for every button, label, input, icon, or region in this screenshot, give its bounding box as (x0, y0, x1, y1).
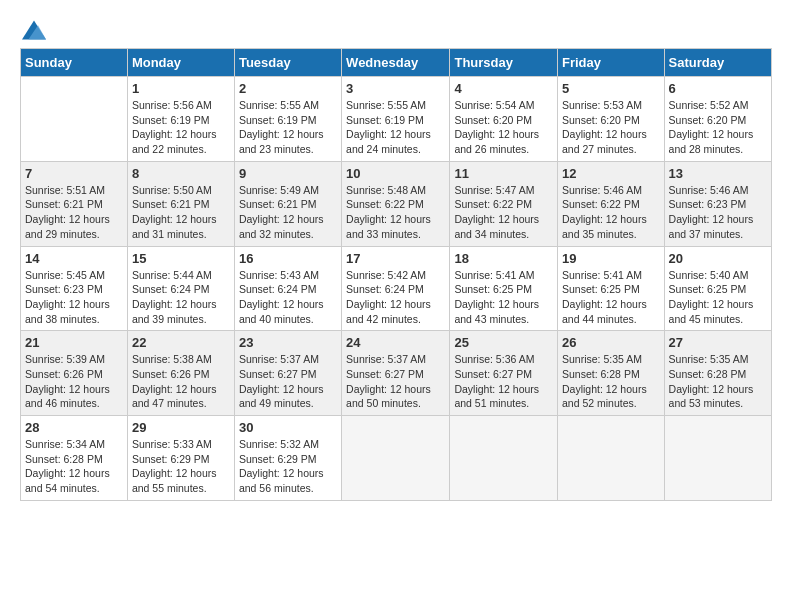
day-info: Sunrise: 5:33 AMSunset: 6:29 PMDaylight:… (132, 437, 230, 496)
calendar-cell: 17Sunrise: 5:42 AMSunset: 6:24 PMDayligh… (342, 246, 450, 331)
day-info: Sunrise: 5:38 AMSunset: 6:26 PMDaylight:… (132, 352, 230, 411)
calendar-cell: 2Sunrise: 5:55 AMSunset: 6:19 PMDaylight… (234, 77, 341, 162)
day-number: 22 (132, 335, 230, 350)
calendar-cell: 15Sunrise: 5:44 AMSunset: 6:24 PMDayligh… (127, 246, 234, 331)
day-number: 27 (669, 335, 767, 350)
day-number: 17 (346, 251, 445, 266)
calendar-cell (21, 77, 128, 162)
day-number: 7 (25, 166, 123, 181)
day-number: 23 (239, 335, 337, 350)
day-info: Sunrise: 5:50 AMSunset: 6:21 PMDaylight:… (132, 183, 230, 242)
calendar-cell: 1Sunrise: 5:56 AMSunset: 6:19 PMDaylight… (127, 77, 234, 162)
day-number: 20 (669, 251, 767, 266)
calendar-cell: 6Sunrise: 5:52 AMSunset: 6:20 PMDaylight… (664, 77, 771, 162)
calendar-cell: 29Sunrise: 5:33 AMSunset: 6:29 PMDayligh… (127, 416, 234, 501)
day-info: Sunrise: 5:35 AMSunset: 6:28 PMDaylight:… (562, 352, 660, 411)
day-number: 2 (239, 81, 337, 96)
calendar-cell: 24Sunrise: 5:37 AMSunset: 6:27 PMDayligh… (342, 331, 450, 416)
calendar-cell: 26Sunrise: 5:35 AMSunset: 6:28 PMDayligh… (558, 331, 665, 416)
header-day-tuesday: Tuesday (234, 49, 341, 77)
day-info: Sunrise: 5:49 AMSunset: 6:21 PMDaylight:… (239, 183, 337, 242)
day-number: 24 (346, 335, 445, 350)
calendar-cell: 5Sunrise: 5:53 AMSunset: 6:20 PMDaylight… (558, 77, 665, 162)
calendar-cell (558, 416, 665, 501)
day-info: Sunrise: 5:40 AMSunset: 6:25 PMDaylight:… (669, 268, 767, 327)
calendar-cell: 8Sunrise: 5:50 AMSunset: 6:21 PMDaylight… (127, 161, 234, 246)
day-info: Sunrise: 5:48 AMSunset: 6:22 PMDaylight:… (346, 183, 445, 242)
day-info: Sunrise: 5:53 AMSunset: 6:20 PMDaylight:… (562, 98, 660, 157)
day-number: 15 (132, 251, 230, 266)
calendar-cell: 16Sunrise: 5:43 AMSunset: 6:24 PMDayligh… (234, 246, 341, 331)
day-info: Sunrise: 5:52 AMSunset: 6:20 PMDaylight:… (669, 98, 767, 157)
day-info: Sunrise: 5:32 AMSunset: 6:29 PMDaylight:… (239, 437, 337, 496)
day-number: 18 (454, 251, 553, 266)
day-info: Sunrise: 5:42 AMSunset: 6:24 PMDaylight:… (346, 268, 445, 327)
day-info: Sunrise: 5:55 AMSunset: 6:19 PMDaylight:… (239, 98, 337, 157)
day-info: Sunrise: 5:41 AMSunset: 6:25 PMDaylight:… (454, 268, 553, 327)
calendar-cell: 14Sunrise: 5:45 AMSunset: 6:23 PMDayligh… (21, 246, 128, 331)
day-info: Sunrise: 5:56 AMSunset: 6:19 PMDaylight:… (132, 98, 230, 157)
day-number: 16 (239, 251, 337, 266)
header-day-wednesday: Wednesday (342, 49, 450, 77)
day-info: Sunrise: 5:46 AMSunset: 6:23 PMDaylight:… (669, 183, 767, 242)
day-info: Sunrise: 5:47 AMSunset: 6:22 PMDaylight:… (454, 183, 553, 242)
calendar-cell: 10Sunrise: 5:48 AMSunset: 6:22 PMDayligh… (342, 161, 450, 246)
calendar-cell: 27Sunrise: 5:35 AMSunset: 6:28 PMDayligh… (664, 331, 771, 416)
week-row-4: 21Sunrise: 5:39 AMSunset: 6:26 PMDayligh… (21, 331, 772, 416)
day-number: 8 (132, 166, 230, 181)
day-info: Sunrise: 5:37 AMSunset: 6:27 PMDaylight:… (346, 352, 445, 411)
day-info: Sunrise: 5:45 AMSunset: 6:23 PMDaylight:… (25, 268, 123, 327)
header-day-sunday: Sunday (21, 49, 128, 77)
calendar-cell: 9Sunrise: 5:49 AMSunset: 6:21 PMDaylight… (234, 161, 341, 246)
week-row-2: 7Sunrise: 5:51 AMSunset: 6:21 PMDaylight… (21, 161, 772, 246)
day-info: Sunrise: 5:34 AMSunset: 6:28 PMDaylight:… (25, 437, 123, 496)
day-number: 4 (454, 81, 553, 96)
week-row-5: 28Sunrise: 5:34 AMSunset: 6:28 PMDayligh… (21, 416, 772, 501)
calendar-cell: 25Sunrise: 5:36 AMSunset: 6:27 PMDayligh… (450, 331, 558, 416)
header-day-friday: Friday (558, 49, 665, 77)
day-number: 19 (562, 251, 660, 266)
day-number: 1 (132, 81, 230, 96)
day-number: 10 (346, 166, 445, 181)
day-info: Sunrise: 5:54 AMSunset: 6:20 PMDaylight:… (454, 98, 553, 157)
day-info: Sunrise: 5:39 AMSunset: 6:26 PMDaylight:… (25, 352, 123, 411)
day-number: 11 (454, 166, 553, 181)
calendar-cell: 28Sunrise: 5:34 AMSunset: 6:28 PMDayligh… (21, 416, 128, 501)
header-row: SundayMondayTuesdayWednesdayThursdayFrid… (21, 49, 772, 77)
logo-icon (22, 20, 46, 40)
calendar-cell: 13Sunrise: 5:46 AMSunset: 6:23 PMDayligh… (664, 161, 771, 246)
day-info: Sunrise: 5:51 AMSunset: 6:21 PMDaylight:… (25, 183, 123, 242)
calendar-cell: 30Sunrise: 5:32 AMSunset: 6:29 PMDayligh… (234, 416, 341, 501)
day-number: 5 (562, 81, 660, 96)
calendar-cell: 19Sunrise: 5:41 AMSunset: 6:25 PMDayligh… (558, 246, 665, 331)
day-number: 28 (25, 420, 123, 435)
page-header (20, 20, 772, 40)
day-info: Sunrise: 5:35 AMSunset: 6:28 PMDaylight:… (669, 352, 767, 411)
day-info: Sunrise: 5:37 AMSunset: 6:27 PMDaylight:… (239, 352, 337, 411)
calendar-cell: 4Sunrise: 5:54 AMSunset: 6:20 PMDaylight… (450, 77, 558, 162)
header-day-saturday: Saturday (664, 49, 771, 77)
day-info: Sunrise: 5:46 AMSunset: 6:22 PMDaylight:… (562, 183, 660, 242)
calendar-cell: 7Sunrise: 5:51 AMSunset: 6:21 PMDaylight… (21, 161, 128, 246)
header-day-thursday: Thursday (450, 49, 558, 77)
calendar-cell: 12Sunrise: 5:46 AMSunset: 6:22 PMDayligh… (558, 161, 665, 246)
calendar-cell: 21Sunrise: 5:39 AMSunset: 6:26 PMDayligh… (21, 331, 128, 416)
calendar-cell: 3Sunrise: 5:55 AMSunset: 6:19 PMDaylight… (342, 77, 450, 162)
day-info: Sunrise: 5:41 AMSunset: 6:25 PMDaylight:… (562, 268, 660, 327)
week-row-1: 1Sunrise: 5:56 AMSunset: 6:19 PMDaylight… (21, 77, 772, 162)
calendar-cell: 11Sunrise: 5:47 AMSunset: 6:22 PMDayligh… (450, 161, 558, 246)
week-row-3: 14Sunrise: 5:45 AMSunset: 6:23 PMDayligh… (21, 246, 772, 331)
header-day-monday: Monday (127, 49, 234, 77)
day-info: Sunrise: 5:43 AMSunset: 6:24 PMDaylight:… (239, 268, 337, 327)
day-info: Sunrise: 5:44 AMSunset: 6:24 PMDaylight:… (132, 268, 230, 327)
day-number: 21 (25, 335, 123, 350)
day-number: 25 (454, 335, 553, 350)
day-number: 13 (669, 166, 767, 181)
day-number: 6 (669, 81, 767, 96)
day-number: 26 (562, 335, 660, 350)
day-info: Sunrise: 5:55 AMSunset: 6:19 PMDaylight:… (346, 98, 445, 157)
calendar-table: SundayMondayTuesdayWednesdayThursdayFrid… (20, 48, 772, 501)
day-number: 30 (239, 420, 337, 435)
calendar-cell: 18Sunrise: 5:41 AMSunset: 6:25 PMDayligh… (450, 246, 558, 331)
day-number: 9 (239, 166, 337, 181)
